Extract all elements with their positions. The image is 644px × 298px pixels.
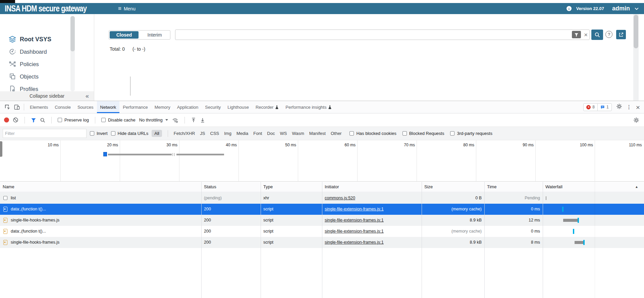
column-divider[interactable] — [322, 182, 322, 298]
network-filter-input[interactable] — [3, 129, 87, 138]
import-har-button[interactable] — [191, 117, 196, 123]
wifi-gear-icon — [172, 117, 178, 123]
has-blocked-cookies-toggle[interactable]: Has blocked cookies — [350, 131, 396, 136]
preserve-log-label: Preserve log — [64, 117, 89, 122]
objects-icon — [8, 72, 16, 81]
third-party-toggle[interactable]: 3rd-party requests — [450, 131, 492, 136]
column-header-type[interactable]: Type — [261, 182, 322, 192]
chevron-down-icon[interactable] — [635, 7, 639, 10]
content-scrollbar-thumb[interactable] — [634, 15, 638, 48]
sidebar-scrollbar[interactable] — [70, 16, 75, 91]
sidebar-item-dashboard[interactable]: Dashboard — [0, 46, 94, 58]
search-button[interactable] — [591, 30, 603, 40]
tab-network[interactable]: Network — [97, 101, 120, 113]
message-count-badge[interactable]: 1 — [597, 104, 611, 111]
export-har-button[interactable] — [200, 117, 205, 123]
type-filter-ws[interactable]: WS — [280, 131, 287, 136]
column-divider[interactable] — [422, 182, 422, 298]
tab-elements[interactable]: Elements — [26, 101, 51, 113]
request-initiator-link[interactable]: single-file-extension-frames.js:1 — [322, 204, 422, 215]
clear-button[interactable] — [13, 117, 18, 123]
export-button[interactable] — [616, 30, 626, 39]
filter-funnel-button[interactable] — [572, 31, 581, 38]
help-button[interactable]: ? — [605, 31, 612, 38]
column-header-size[interactable]: Size — [422, 182, 484, 192]
invert-checkbox[interactable] — [90, 131, 94, 136]
type-filter-doc[interactable]: Doc — [267, 131, 275, 136]
preserve-log-checkbox[interactable] — [58, 118, 62, 122]
column-header-name[interactable]: Name — [0, 182, 201, 192]
device-toolbar-button[interactable] — [12, 102, 21, 112]
timeline-left-handle[interactable] — [0, 141, 2, 157]
column-header-time[interactable]: Time — [484, 182, 543, 192]
network-search-button[interactable] — [40, 117, 45, 123]
tab-application[interactable]: Application — [174, 101, 202, 113]
network-conditions-button[interactable] — [172, 117, 178, 123]
network-settings-gear-button[interactable] — [633, 117, 639, 123]
sidebar-scrollbar-thumb[interactable] — [70, 16, 75, 51]
request-initiator-link[interactable]: single-file-extension-frames.js:1 — [322, 237, 422, 248]
more-options-kebab-icon[interactable]: ⋮ — [627, 104, 632, 110]
settings-gear-button[interactable] — [616, 103, 622, 111]
error-count-badge[interactable]: × 8 — [584, 104, 597, 111]
clear-search-icon[interactable]: × — [584, 32, 588, 38]
throttling-select[interactable]: No throttling — [139, 117, 168, 122]
request-initiator-link[interactable]: single-file-extension-frames.js:1 — [322, 215, 422, 226]
tab-interim[interactable]: Interim — [139, 31, 170, 39]
tab-closed[interactable]: Closed — [110, 31, 139, 39]
disable-cache-checkbox[interactable] — [101, 118, 106, 122]
blocked-requests-checkbox[interactable] — [402, 131, 407, 136]
preserve-log-toggle[interactable]: Preserve log — [58, 117, 89, 122]
tab-recorder[interactable]: Recorder — [252, 101, 282, 113]
sort-ascending-icon[interactable]: ▲ — [635, 182, 638, 192]
sidebar-item-root-vsys[interactable]: Root VSYS — [0, 33, 94, 45]
network-overview-timeline[interactable]: 10 ms 20 ms 30 ms 40 ms 50 ms 60 ms 70 m… — [0, 140, 644, 182]
content-scrollbar[interactable] — [633, 14, 639, 101]
column-divider[interactable] — [543, 182, 543, 298]
inspect-element-button[interactable] — [3, 102, 12, 112]
type-filter-js[interactable]: JS — [200, 131, 205, 136]
type-filter-img[interactable]: Img — [224, 131, 231, 136]
column-divider[interactable] — [484, 182, 485, 298]
menu-button[interactable]: ≡ Menu — [118, 3, 136, 14]
user-menu[interactable]: admin — [612, 5, 630, 12]
hide-data-urls-checkbox[interactable] — [111, 131, 115, 136]
log-search-input[interactable] — [177, 31, 558, 39]
column-divider[interactable] — [261, 182, 261, 298]
sidebar-item-policies[interactable]: Policies — [0, 58, 94, 70]
column-divider[interactable] — [201, 182, 202, 298]
tab-sources[interactable]: Sources — [74, 101, 97, 113]
invert-toggle[interactable]: Invert — [90, 131, 108, 136]
column-header-waterfall[interactable]: Waterfall — [543, 182, 633, 192]
record-button[interactable] — [4, 117, 9, 122]
tab-memory[interactable]: Memory — [151, 101, 174, 113]
disable-cache-toggle[interactable]: Disable cache — [101, 117, 136, 122]
type-filter-manifest[interactable]: Manifest — [309, 131, 326, 136]
type-filter-fetch-xhr[interactable]: Fetch/XHR — [174, 131, 195, 136]
blocked-requests-toggle[interactable]: Blocked Requests — [402, 131, 444, 136]
tab-console[interactable]: Console — [51, 101, 74, 113]
type-filter-other[interactable]: Other — [331, 131, 342, 136]
type-filter-media[interactable]: Media — [236, 131, 248, 136]
collapse-sidebar-button[interactable]: Collapse sidebar « — [0, 91, 94, 101]
column-header-initiator[interactable]: Initiator — [322, 182, 422, 192]
request-initiator-link[interactable]: single-file-extension-frames.js:1 — [322, 226, 422, 237]
timeline-request-marker[interactable] — [103, 152, 107, 156]
column-header-status[interactable]: Status — [201, 182, 261, 192]
type-filter-css[interactable]: CSS — [210, 131, 219, 136]
filter-toggle-button[interactable] — [31, 117, 36, 123]
tab-performance[interactable]: Performance — [119, 101, 151, 113]
third-party-checkbox[interactable] — [450, 131, 454, 136]
tab-security[interactable]: Security — [202, 101, 224, 113]
tab-performance-insights[interactable]: Performance insights — [282, 101, 335, 113]
type-filter-font[interactable]: Font — [253, 131, 262, 136]
type-filter-wasm[interactable]: Wasm — [292, 131, 304, 136]
has-blocked-cookies-checkbox[interactable] — [350, 131, 354, 136]
sidebar-item-objects[interactable]: Objects — [0, 70, 94, 83]
devtools-close-icon[interactable]: × — [636, 104, 640, 111]
hide-data-urls-toggle[interactable]: Hide data URLs — [111, 131, 149, 136]
tab-lighthouse[interactable]: Lighthouse — [224, 101, 252, 113]
request-initiator-link[interactable]: commons.js:520 — [322, 193, 422, 204]
type-filter-all[interactable]: All — [152, 130, 162, 137]
info-icon[interactable]: i — [567, 6, 572, 11]
